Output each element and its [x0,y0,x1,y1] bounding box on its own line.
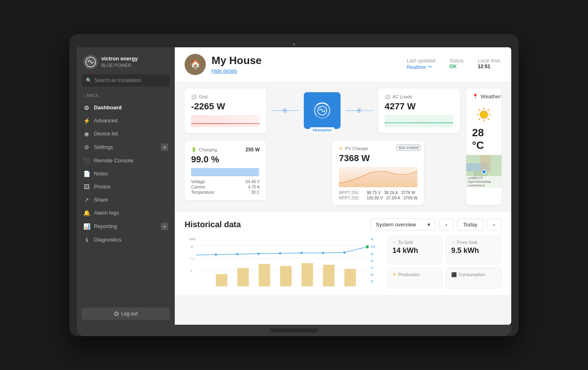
svg-point-45 [366,245,368,248]
svg-text:10: 10 [191,244,194,248]
svg-line-10 [488,109,489,111]
svg-point-42 [301,252,303,254]
svg-rect-37 [344,269,356,286]
grid-to-inverter-connector [271,109,299,112]
grid-icon: ⬜ [191,94,197,100]
inverter-unit: Absorption [304,92,341,129]
connector-h4 [361,110,373,111]
svg-text:kWh: kWh [189,237,195,241]
to-grid-value: 14 kWh [392,246,437,255]
realtime-value: Realtime 〜 [407,64,437,71]
connector-h [271,110,283,111]
svg-line-9 [488,118,489,120]
consumption-label: ⬛ Consumption [451,272,496,277]
consumption-stat: ⬛ Consumption [446,268,501,288]
logo-text: victron energy BLUE POWER [101,55,138,68]
grid-card: ⬜ Grid -2265 W [185,89,266,133]
back-button[interactable]: ‹ BACK [77,91,175,101]
chart-stats-row: kWh % 10 7.5 5 100 90 80 70 60 50 [185,235,501,288]
svg-text:90: 90 [371,252,374,256]
pv-mini-chart [339,167,417,187]
battery-fill [191,168,259,176]
inverter-block: Absorption [304,92,341,129]
sidebar-item-share[interactable]: ↗ Share [77,193,175,206]
house-avatar: 🏠 [185,54,206,75]
realtime-wave-icon: 〜 [428,64,432,71]
svg-rect-34 [280,266,292,286]
weather-condition: Sunny [501,93,501,99]
production-label: ☀ Production [392,272,437,277]
main-content: 🏠 My House Hide details Last updated: Re… [175,47,511,325]
diagnostics-icon: ℹ [83,237,90,243]
bottom-cards-row: 🔋 Charging 255 W 99.0 % Voltage: [185,141,460,205]
svg-text:%: % [371,237,373,241]
settings-plus-button[interactable]: + [161,144,168,151]
cards-area: ⬜ Grid -2265 W [185,89,460,205]
from-grid-stat: → From Grid 9.5 kWh [446,235,501,264]
svg-rect-31 [216,274,227,286]
sidebar-item-settings[interactable]: ⚙ Settings + [77,140,175,154]
laptop-base [77,325,511,336]
sidebar-logo: victron energy BLUE POWER [77,47,175,74]
sun-icon: ☀ [392,272,396,277]
weather-temperature: 28 °C [466,126,501,155]
connector-dot [283,109,287,112]
sidebar-item-diagnostics[interactable]: ℹ Diagnostics [77,233,175,246]
sidebar-item-advanced[interactable]: ⚡ Advanced [77,114,175,127]
logout-button[interactable]: ⏻ Log out [82,308,170,320]
arrow-left-icon: ← [392,240,396,244]
house-name: My House [212,54,262,67]
page-header: 🏠 My House Hide details Last updated: Re… [175,47,511,82]
sidebar-item-reporting[interactable]: 📊 Reporting + [77,219,175,233]
charging-details: Voltage: 54.40 V Current: 4.70 A Tempera… [191,179,260,195]
ac-loads-icon: ⬜ [385,94,390,100]
search-icon: 🔍 [86,78,92,83]
sidebar-item-dashboard[interactable]: ⊙ Dashboard [77,101,175,114]
search-installation[interactable]: 🔍 Search an installation [82,74,170,86]
next-period-button[interactable]: › [487,219,501,230]
sidebar-item-device-list[interactable]: ◉ Device list [77,127,175,140]
stats-panel: ← To Grid 14 kWh → From Grid 9.5 kWh [387,235,501,288]
map-area[interactable]: Larkspur Leaflet | © OpenStreetMap contr… [466,155,501,188]
sidebar-item-alarm-logs[interactable]: 🔔 Alarm logs [77,206,175,219]
reporting-plus-button[interactable]: + [161,223,168,230]
svg-rect-14 [480,155,491,171]
system-overview-dropdown[interactable]: System overview ▾ [370,219,436,230]
pv-icon: ☀ [339,146,343,151]
device-list-icon: ◉ [83,131,90,137]
chart-area: kWh % 10 7.5 5 100 90 80 70 60 50 [185,235,382,288]
historical-title: Historical data [185,220,241,229]
status: Status: OK [450,58,465,71]
camera-dot [293,43,295,46]
to-grid-stat: ← To Grid 14 kWh [387,235,443,264]
inverter-to-ac-connector [345,109,373,112]
pv-charger-card: Ext. Control ☀ PV Charger 7368 W [332,141,424,205]
today-button[interactable]: Today [457,219,483,230]
reporting-icon: 📊 [83,223,90,230]
svg-text:5: 5 [191,269,192,273]
svg-text:50: 50 [371,279,374,283]
connector-h2 [287,110,299,111]
weather-top: 📍 Weather Sunny [466,89,501,104]
local-time: Local time: 12:51 [478,58,501,71]
weather-card: 📍 Weather Sunny [466,89,501,205]
weather-title: 📍 Weather [472,93,501,100]
ext-control-badge: Ext. Control [396,144,421,151]
sidebar-item-notes[interactable]: 📄 Notes [77,167,175,180]
ac-loads-value: 4277 W [385,101,453,112]
laptop-screen: victron energy BLUE POWER 🔍 Search an in… [77,47,511,325]
grid-chart-line [191,123,260,124]
chevron-down-icon: ▾ [428,222,430,228]
consumption-icon: ⬛ [451,272,457,277]
map-marker [481,169,486,174]
svg-point-44 [343,251,345,254]
hide-details-link[interactable]: Hide details [212,68,237,74]
battery-icon: 🔋 [191,147,197,152]
sidebar-item-remote-console[interactable]: ⬛ Remote Console [77,154,175,167]
map-attribution: Leaflet | © OpenStreetMap contributors [466,176,501,188]
svg-rect-33 [259,264,270,286]
svg-line-8 [479,109,480,111]
prev-period-button[interactable]: ‹ [439,219,454,230]
svg-point-41 [279,252,281,255]
sidebar-item-photos[interactable]: 🖼 Photos [77,180,175,193]
